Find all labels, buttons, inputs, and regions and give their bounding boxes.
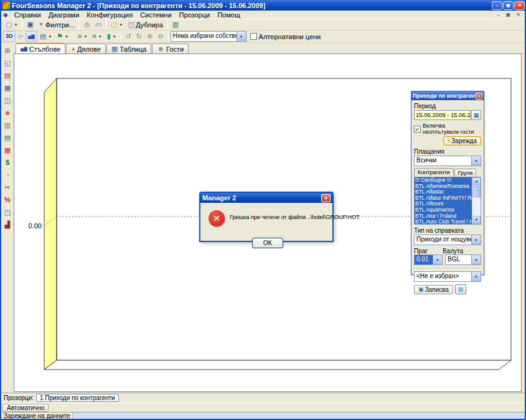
tab-table[interactable]: ▦ Таблица bbox=[106, 44, 152, 54]
report-cards-icon[interactable]: ⊞ bbox=[2, 45, 13, 57]
close-button[interactable]: ✕ bbox=[514, 1, 525, 10]
duplicate-button[interactable]: ◫ Дублира bbox=[125, 19, 165, 30]
combo-arrow-icon: ▼ bbox=[471, 255, 481, 264]
tab-guests[interactable]: ☻ Гости bbox=[152, 44, 189, 54]
cylinder-button[interactable]: ▮ ▼ bbox=[105, 31, 119, 42]
scroll-down-icon[interactable]: ▼ bbox=[472, 216, 481, 224]
windows-label: Прозорци: bbox=[4, 394, 34, 401]
threshold-combo[interactable]: 0.01 ▼ bbox=[414, 254, 443, 265]
window-title: FourSeasons Manager 2 - [Приходи по конт… bbox=[12, 2, 491, 9]
owner-select[interactable]: Няма избрани собственици ▼ bbox=[171, 31, 247, 42]
list-item[interactable]: BTL Aquamarine bbox=[415, 207, 472, 213]
zoom-out-button[interactable]: ⊖ bbox=[155, 31, 166, 42]
percent-icon[interactable]: % bbox=[2, 194, 13, 207]
print-button[interactable]: ▭ bbox=[93, 19, 104, 30]
bar-chart-button[interactable]: ▅▇ bbox=[26, 31, 37, 42]
tab-groups[interactable]: Групи bbox=[454, 169, 477, 177]
menu-sistemni[interactable]: Системни bbox=[136, 11, 175, 19]
print-preview-button[interactable]: ◎ bbox=[82, 19, 93, 30]
payments-icon[interactable]: ◔ bbox=[2, 169, 13, 182]
menu-pomosht[interactable]: Помощ bbox=[214, 11, 244, 19]
vertical-grid-button[interactable]: ≡ ▼ bbox=[90, 31, 104, 42]
pie-icon: ◕ bbox=[71, 45, 75, 52]
zoom-in-icon: ⊕ bbox=[147, 33, 153, 40]
auto-row: Автоматично bbox=[1, 403, 525, 412]
excel-chart-button[interactable]: ▥ bbox=[170, 19, 181, 30]
documents-icon[interactable]: ▥ bbox=[2, 119, 13, 132]
list-item[interactable]: BTL Atur / Poland bbox=[415, 213, 472, 220]
menu-prozorci[interactable]: Прозорци bbox=[176, 11, 214, 19]
report-type-select[interactable]: Приходи от нощувки ▼ bbox=[414, 235, 481, 245]
ledger-icon[interactable]: ▤ bbox=[2, 132, 13, 144]
table-red-icon[interactable]: ▦ bbox=[2, 144, 13, 157]
window-tab-button[interactable]: 1 Приходи по контрагенти bbox=[36, 394, 119, 402]
new-report-button[interactable]: ▢ ▼ bbox=[3, 19, 20, 30]
print-icon: ▭ bbox=[95, 21, 101, 28]
export-image-icon[interactable]: ◱ bbox=[2, 57, 13, 70]
mdi-restore-button[interactable]: ▣ bbox=[504, 12, 512, 17]
panel-close-button[interactable]: ✕ bbox=[476, 93, 482, 100]
filter-button[interactable]: ▼ Филтри... bbox=[36, 19, 77, 30]
list-item[interactable]: BTL Alltours bbox=[415, 201, 472, 207]
list-item[interactable]: !!! Свободни !!! bbox=[415, 177, 472, 184]
mdi-close-button[interactable]: ✕ bbox=[514, 12, 522, 17]
report-chart-icon[interactable]: ▤ bbox=[2, 70, 13, 82]
rotate-cw-button[interactable]: ↻ bbox=[134, 31, 144, 42]
tab-contractors[interactable]: Контрагенти bbox=[414, 168, 454, 177]
chevron-down-icon: ▼ bbox=[48, 35, 52, 39]
zoom-out-icon: ⊖ bbox=[157, 33, 163, 40]
app-window: FourSeasons Manager 2 - [Приходи по конт… bbox=[0, 0, 526, 420]
alt-prices-checkbox[interactable] bbox=[250, 33, 257, 40]
tab-columns[interactable]: ▅▇ Стълбове bbox=[16, 43, 65, 54]
menu-diagrami[interactable]: Диаграми bbox=[45, 11, 83, 19]
scrollbar-thumb[interactable] bbox=[472, 186, 481, 197]
legend-button[interactable]: ▤ ▼ bbox=[37, 31, 54, 42]
save-button[interactable]: ▣ bbox=[24, 19, 35, 30]
calculator-icon[interactable]: ▦ bbox=[2, 82, 13, 95]
zoom-in-button[interactable]: ⊕ bbox=[144, 31, 155, 42]
chart-flag-icon[interactable]: ▟ bbox=[2, 219, 13, 231]
currency-value: BGL bbox=[446, 255, 471, 264]
export-button[interactable]: ▢ ▼ bbox=[108, 19, 125, 30]
error-dialog: Manager 2 ✕ ✕ Грешка при четене от файла… bbox=[199, 192, 334, 242]
list-item[interactable]: BTL Alfamina/Romania bbox=[415, 184, 472, 190]
mdi-minimize-button[interactable]: – bbox=[494, 12, 502, 17]
currency-icon[interactable]: $ bbox=[2, 157, 13, 169]
period-input[interactable]: 15.06.2009 - 15.06.2009 bbox=[414, 110, 471, 120]
rotate-ccw-button[interactable]: ↺ bbox=[123, 31, 134, 42]
tab-pie[interactable]: ◕ Дялове bbox=[66, 44, 106, 54]
minimize-button[interactable]: – bbox=[492, 1, 502, 10]
panel-titlebar[interactable]: Приходи по контрагенти ✕ bbox=[411, 91, 484, 100]
payments-select[interactable]: Всички ▼ bbox=[414, 156, 481, 166]
ok-button[interactable]: OK bbox=[252, 238, 283, 248]
list-item[interactable]: BTL Alfastar bbox=[415, 189, 472, 195]
marks-button[interactable]: ⚑ ▼ bbox=[54, 31, 71, 42]
save-report-button[interactable]: ▣ Записва bbox=[414, 285, 453, 294]
toolbar-separator bbox=[167, 20, 168, 29]
list-item[interactable]: BTL Auto Club Travel / Hunga bbox=[415, 219, 472, 224]
calendar-button[interactable]: ▦ bbox=[471, 110, 481, 120]
cut-icon[interactable]: ✂ bbox=[2, 182, 13, 194]
3d-toggle-button[interactable]: 3D bbox=[3, 31, 16, 42]
scroll-up-icon[interactable]: ▲ bbox=[472, 177, 481, 185]
menu-spravki[interactable]: Справки bbox=[11, 11, 45, 19]
menu-konfiguracia[interactable]: Конфигурация bbox=[83, 11, 136, 19]
list-scrollbar[interactable]: ▲ ▼ bbox=[472, 177, 481, 224]
rotate-shape-button[interactable]: ▱ bbox=[16, 31, 26, 42]
filter-button-label: Филтри... bbox=[45, 21, 75, 29]
copy-report-icon[interactable]: ◫ bbox=[2, 95, 13, 107]
currency-select[interactable]: BGL ▼ bbox=[445, 254, 481, 265]
document-people-icon[interactable]: ◳ bbox=[2, 207, 13, 219]
selection-select[interactable]: <Не е избран> ▼ bbox=[414, 271, 481, 282]
include-guests-checkbox[interactable]: ✔ bbox=[414, 126, 421, 133]
list-item[interactable]: BTL Alfatur INFINITY/ Romani bbox=[415, 195, 472, 202]
menu-bar: ◆ Справки Диаграми Конфигурация Системни… bbox=[1, 11, 525, 19]
restore-button[interactable]: ▣ bbox=[503, 1, 514, 10]
horizontal-grid-button[interactable]: ≡ ▼ bbox=[75, 31, 90, 42]
error-dialog-close-button[interactable]: ✕ bbox=[321, 194, 331, 202]
load-button[interactable]: ϟ Зарежда bbox=[443, 136, 481, 146]
automatic-button[interactable]: Автоматично bbox=[2, 404, 49, 412]
combo-arrow-icon: ▼ bbox=[433, 255, 442, 264]
guests-icon[interactable]: ☻ bbox=[2, 107, 13, 119]
table-view-button[interactable]: ▦ bbox=[455, 284, 466, 294]
